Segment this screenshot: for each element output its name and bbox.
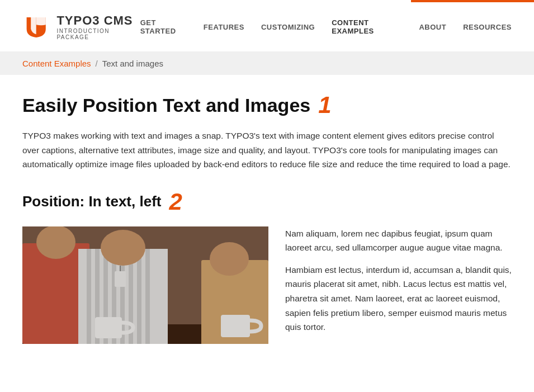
page-title-text: Easily Position Text and Images [22, 95, 310, 116]
text-image-section: Nam aliquam, lorem nec dapibus feugiat, … [22, 226, 512, 344]
breadcrumb-link[interactable]: Content Examples [22, 59, 91, 68]
breadcrumb: Content Examples / Text and images [0, 52, 534, 75]
nav-get-started[interactable]: GET STARTED [140, 18, 187, 35]
page-title: Easily Position Text and Images 1 [22, 92, 512, 119]
section-paragraph-1: Nam aliquam, lorem nec dapibus feugiat, … [285, 226, 512, 255]
logo-subtitle: INTRODUCTION PACKAGE [56, 28, 140, 40]
main-content: Easily Position Text and Images 1 TYPO3 … [0, 75, 534, 366]
typo3-logo-icon [22, 12, 50, 41]
section-title-text: Position: In text, left [22, 193, 161, 210]
logo-link[interactable]: TYPO3 CMS INTRODUCTION PACKAGE [22, 12, 140, 41]
nav-customizing[interactable]: CUSTOMIZING [261, 23, 315, 31]
nav-content-examples[interactable]: CONTENT EXAMPLES [332, 18, 402, 35]
section-image [22, 226, 268, 344]
section-text-content: Nam aliquam, lorem nec dapibus feugiat, … [285, 226, 512, 334]
section-paragraph-2: Hambiam est lectus, interdum id, accumsa… [285, 263, 512, 334]
content-image [22, 226, 268, 344]
breadcrumb-current: Text and images [102, 59, 163, 68]
nav-features[interactable]: FEATURES [204, 23, 244, 31]
logo-title: TYPO3 CMS [56, 13, 140, 28]
site-header: TYPO3 CMS INTRODUCTION PACKAGE GET START… [0, 2, 534, 52]
nav-resources[interactable]: RESOURCES [463, 23, 512, 31]
section-number: 2 [169, 188, 182, 215]
page-title-number: 1 [318, 92, 331, 119]
main-nav: GET STARTED FEATURES CUSTOMIZING CONTENT… [140, 18, 512, 35]
nav-about[interactable]: ABOUT [419, 23, 446, 31]
section-title: Position: In text, left 2 [22, 188, 512, 215]
intro-paragraph: TYPO3 makes working with text and images… [22, 129, 512, 172]
breadcrumb-separator: / [96, 59, 98, 68]
svg-rect-20 [22, 226, 268, 344]
